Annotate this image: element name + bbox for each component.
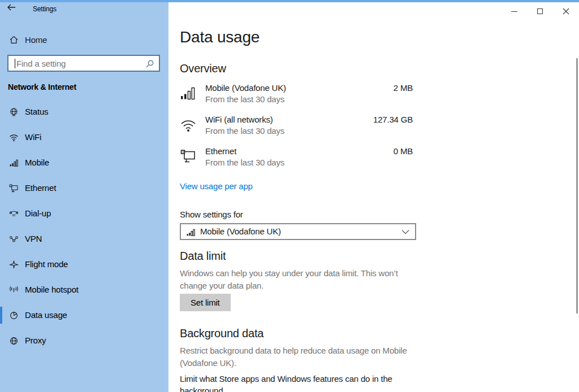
chevron-down-icon (401, 229, 409, 234)
show-settings-for-label: Show settings for (180, 209, 429, 220)
pie-chart-icon (9, 311, 19, 320)
sidebar-item-label: VPN (25, 234, 42, 243)
sidebar-item-flightmode[interactable]: Flight mode (0, 253, 168, 276)
globe-status-icon (9, 107, 19, 117)
overview-heading: Overview (180, 61, 429, 76)
settings-window: Settings Home Network & Internet Status (0, 0, 579, 392)
usage-value: 127.34 GB (373, 114, 413, 125)
ethernet-icon (180, 148, 199, 165)
content-pane: Data usage Overview Mobile (Vodafone UK)… (168, 0, 579, 392)
globe-icon (9, 336, 19, 346)
dialup-phone-icon (9, 209, 19, 219)
minimize-button[interactable] (501, 2, 527, 20)
sidebar-item-mobilehotspot[interactable]: Mobile hotspot (0, 278, 168, 301)
sidebar-item-label: Mobile (25, 158, 49, 167)
close-button[interactable] (553, 2, 579, 20)
dropdown-selected-value: Mobile (Vodafone UK) (200, 227, 281, 236)
background-data-description: Restrict background data to help reduce … (180, 345, 417, 369)
sidebar-item-dialup[interactable]: Dial-up (0, 202, 168, 225)
page-title: Data usage (180, 28, 429, 46)
sidebar-item-ethernet[interactable]: Ethernet (0, 177, 168, 199)
window-top-accent (0, 0, 579, 2)
sidebar-group-header: Network & Internet (8, 82, 76, 92)
selected-indicator (0, 307, 2, 324)
usage-value: 0 MB (394, 146, 413, 157)
signal-bars-icon (186, 228, 196, 237)
overview-row-ethernet: Ethernet From the last 30 days 0 MB (180, 146, 413, 168)
vpn-icon (9, 234, 19, 244)
usage-period: From the last 30 days (205, 125, 284, 137)
sidebar-item-label: Proxy (25, 336, 46, 345)
background-limit-question: Limit what Store apps and Windows featur… (180, 373, 406, 392)
sidebar-item-label: Status (25, 107, 48, 116)
view-usage-per-app-link[interactable]: View usage per app (180, 181, 253, 191)
usage-label: Ethernet (205, 146, 236, 157)
data-limit-heading: Data limit (180, 249, 429, 263)
sidebar-item-vpn[interactable]: VPN (0, 228, 168, 250)
search-box[interactable] (7, 55, 160, 72)
sidebar-nav: Status WiFi Mobile (0, 101, 168, 355)
maximize-button[interactable] (527, 2, 553, 20)
minimize-icon (511, 11, 517, 12)
back-button[interactable] (7, 3, 20, 16)
usage-period: From the last 30 days (205, 94, 284, 105)
titlebar-title: Settings (33, 5, 57, 13)
maximize-icon (537, 8, 543, 14)
sidebar-item-home[interactable]: Home (0, 31, 168, 50)
usage-value: 2 MB (394, 82, 413, 94)
sidebar-item-label: Home (25, 35, 47, 45)
airplane-icon (9, 260, 19, 269)
sidebar-item-wifi[interactable]: WiFi (0, 126, 168, 149)
window-controls (501, 2, 579, 20)
network-select-dropdown[interactable]: Mobile (Vodafone UK) (180, 223, 416, 240)
ethernet-icon (9, 184, 19, 193)
sidebar-item-label: WiFi (25, 132, 41, 142)
hotspot-icon (9, 285, 19, 295)
usage-label: WiFi (all networks) (205, 114, 273, 125)
close-icon (563, 8, 569, 15)
background-data-heading: Background data (180, 326, 429, 341)
sidebar-item-label: Data usage (25, 310, 67, 320)
sidebar-item-label: Ethernet (25, 183, 56, 193)
signal-bars-icon (9, 158, 19, 168)
overview-row-wifi: WiFi (all networks) From the last 30 day… (180, 114, 413, 137)
sidebar-item-label: Flight mode (25, 259, 68, 269)
overview-row-mobile: Mobile (Vodafone UK) From the last 30 da… (180, 82, 413, 105)
home-icon (9, 35, 19, 45)
wifi-icon (180, 116, 199, 133)
sidebar-item-label: Dial-up (25, 208, 51, 218)
set-limit-button[interactable]: Set limit (180, 294, 231, 311)
sidebar-item-proxy[interactable]: Proxy (0, 329, 168, 352)
scrollbar-thumb[interactable] (576, 58, 578, 313)
sidebar-item-mobile[interactable]: Mobile (0, 151, 168, 174)
search-icon[interactable] (145, 59, 154, 68)
usage-label: Mobile (Vodafone UK) (205, 82, 286, 94)
text-caret (15, 59, 15, 68)
search-input[interactable] (16, 56, 141, 71)
sidebar: Settings Home Network & Internet Status (0, 0, 168, 392)
signal-bars-icon (180, 85, 199, 102)
data-limit-description: Windows can help you stay under your dat… (180, 267, 417, 292)
usage-period: From the last 30 days (205, 157, 284, 168)
sidebar-item-status[interactable]: Status (0, 101, 168, 123)
sidebar-item-datausage[interactable]: Data usage (0, 304, 168, 326)
wifi-icon (9, 133, 19, 142)
back-arrow-icon (7, 3, 16, 11)
sidebar-item-label: Mobile hotspot (25, 285, 79, 294)
